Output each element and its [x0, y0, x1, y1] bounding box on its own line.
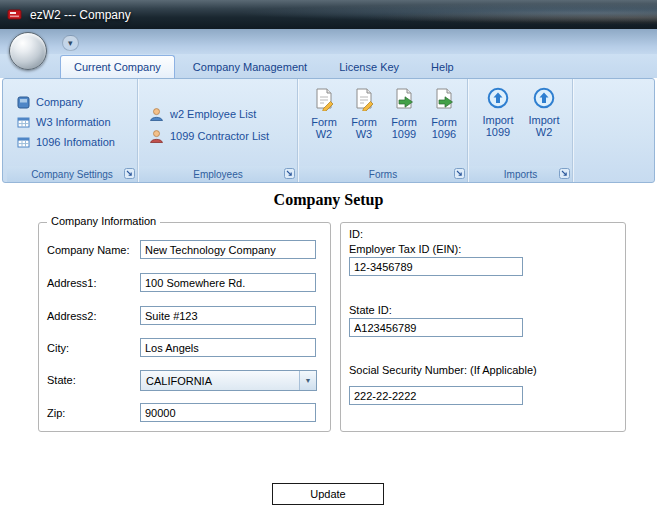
window-title: ezW2 --- Company — [30, 8, 131, 22]
tab-help[interactable]: Help — [417, 55, 468, 78]
tab-current-company[interactable]: Current Company — [60, 55, 175, 78]
form-edit-icon — [352, 87, 376, 111]
dialog-launcher-icon[interactable] — [454, 168, 465, 179]
table-icon — [17, 136, 30, 149]
group-caption-imports: Imports — [469, 166, 572, 182]
person-icon — [149, 107, 164, 122]
ribbon-button-form-1096[interactable]: Form 1096 — [425, 84, 463, 164]
ssn-label: Social Security Number: (If Applicable) — [349, 364, 537, 376]
id-groupbox: ID: Employer Tax ID (EIN): State ID: Soc… — [340, 222, 626, 432]
main-content: Company Setup Company Information Compan… — [0, 183, 657, 528]
ribbon-group-company-settings: Company W3 Information 1096 Infomation C… — [7, 79, 138, 182]
ssn-input[interactable] — [349, 386, 523, 405]
company-name-label: Company Name: — [47, 244, 130, 256]
chevron-down-icon[interactable]: ▼ — [299, 371, 316, 390]
table-icon — [17, 116, 30, 129]
state-id-input[interactable] — [349, 318, 523, 337]
app-window: ezW2 --- Company ▾ Current Company Compa… — [0, 0, 657, 528]
form-edit-icon — [312, 87, 336, 111]
ribbon-item-label: Company — [36, 96, 83, 108]
form-export-icon — [432, 87, 456, 111]
chevron-down-icon: ▾ — [68, 38, 73, 48]
groupbox-legend: Company Information — [47, 215, 160, 227]
titlebar: ezW2 --- Company — [0, 0, 657, 29]
tab-license-key[interactable]: License Key — [325, 55, 413, 78]
address2-label: Address2: — [47, 310, 97, 322]
form-export-icon — [392, 87, 416, 111]
ribbon-button-label: Form 1096 — [431, 116, 457, 140]
update-button[interactable]: Update — [272, 483, 384, 505]
ribbon-group-imports: Import 1099 Import W2 Imports — [469, 79, 573, 182]
ribbon-group-forms: Form W2 Form W3 Form 1099 Form 1096 — [299, 79, 468, 182]
quick-access-strip — [0, 29, 657, 54]
zip-input[interactable] — [140, 403, 316, 422]
ein-input[interactable] — [349, 257, 523, 276]
state-id-label: State ID: — [349, 304, 392, 316]
address1-label: Address1: — [47, 277, 97, 289]
application-menu-orb[interactable] — [9, 32, 47, 70]
import-circle-icon — [487, 87, 509, 109]
ribbon-button-form-w2[interactable]: Form W2 — [305, 84, 343, 164]
person-icon — [149, 129, 164, 144]
address2-input[interactable] — [140, 306, 316, 325]
ribbon-button-label: Import 1099 — [482, 114, 513, 138]
ribbon-button-import-1099[interactable]: Import 1099 — [477, 84, 519, 164]
state-label: State: — [47, 374, 76, 386]
group-caption-employees: Employees — [139, 166, 297, 182]
city-input[interactable] — [140, 338, 316, 357]
tab-company-management[interactable]: Company Management — [179, 55, 321, 78]
company-icon — [17, 96, 30, 109]
ribbon-button-label: Form W2 — [311, 116, 337, 140]
ribbon-item-1096-information[interactable]: 1096 Infomation — [7, 132, 137, 152]
qat-dropdown-button[interactable]: ▾ — [62, 35, 79, 51]
ribbon-button-label: Form 1099 — [391, 116, 417, 140]
state-select-value: CALIFORNIA — [146, 375, 212, 387]
ribbon-button-form-w3[interactable]: Form W3 — [345, 84, 383, 164]
ribbon-button-label: Form W3 — [351, 116, 377, 140]
import-circle-icon — [533, 87, 555, 109]
ribbon-item-label: w2 Employee List — [170, 108, 256, 120]
dialog-launcher-icon[interactable] — [284, 168, 295, 179]
ribbon: Company W3 Information 1096 Infomation C… — [2, 78, 655, 183]
ribbon-item-label: 1099 Contractor List — [170, 130, 269, 142]
ribbon-group-employees: w2 Employee List 1099 Contractor List Em… — [139, 79, 298, 182]
ribbon-item-label: W3 Information — [36, 116, 111, 128]
ribbon-item-label: 1096 Infomation — [36, 136, 115, 148]
ribbon-item-w3-information[interactable]: W3 Information — [7, 112, 137, 132]
ribbon-button-import-w2[interactable]: Import W2 — [523, 84, 565, 164]
id-heading: ID: — [349, 228, 363, 240]
city-label: City: — [47, 342, 69, 354]
company-information-groupbox: Company Information Company Name: Addres… — [38, 222, 331, 432]
zip-label: Zip: — [47, 407, 65, 419]
ribbon-item-1099-contractor-list[interactable]: 1099 Contractor List — [139, 125, 297, 147]
group-caption-company-settings: Company Settings — [7, 166, 137, 182]
dialog-launcher-icon[interactable] — [124, 168, 135, 179]
ein-label: Employer Tax ID (EIN): — [349, 243, 461, 255]
company-name-input[interactable] — [140, 240, 316, 259]
ribbon-button-form-1099[interactable]: Form 1099 — [385, 84, 423, 164]
dialog-launcher-icon[interactable] — [559, 168, 570, 179]
app-icon — [7, 8, 23, 22]
ribbon-tab-row: Current Company Company Management Licen… — [0, 54, 657, 78]
ribbon-item-company[interactable]: Company — [7, 92, 137, 112]
group-caption-forms: Forms — [299, 166, 467, 182]
ribbon-button-label: Import W2 — [528, 114, 559, 138]
state-select[interactable]: CALIFORNIA ▼ — [140, 370, 317, 391]
ribbon-item-w2-employee-list[interactable]: w2 Employee List — [139, 103, 297, 125]
page-title: Company Setup — [0, 191, 657, 209]
address1-input[interactable] — [140, 273, 316, 292]
